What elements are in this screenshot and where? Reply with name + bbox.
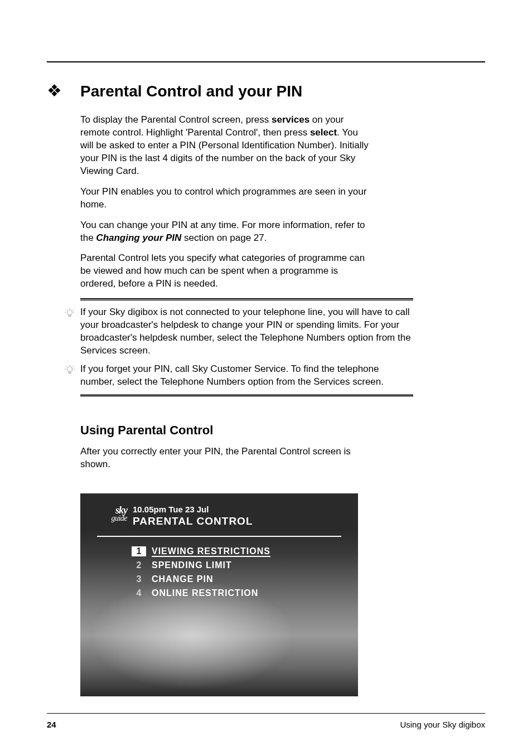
menu-label: CHANGE PIN xyxy=(152,574,213,584)
page-footer: 24 Using your Sky digibox xyxy=(47,720,485,729)
svg-line-9 xyxy=(73,366,74,367)
menu-number: 2 xyxy=(132,560,146,570)
menu-number: 4 xyxy=(132,588,146,598)
svg-line-8 xyxy=(66,366,66,367)
bold-services: services xyxy=(272,114,309,125)
screenshot-figure: sky guide 10.05pm Tue 23 Jul PARENTAL CO… xyxy=(80,493,358,696)
top-rule xyxy=(47,61,485,62)
menu-number: 1 xyxy=(132,546,146,556)
lightbulb-icon xyxy=(64,306,80,357)
tips-rule-bottom-thin xyxy=(80,394,413,395)
svg-point-0 xyxy=(67,310,72,315)
heading-row: ❖ Parental Control and your PIN xyxy=(47,83,485,100)
paragraph-1: To display the Parental Control screen, … xyxy=(80,114,370,178)
menu-item-change-pin[interactable]: 3 CHANGE PIN xyxy=(132,573,336,587)
intro-paragraphs: To display the Parental Control screen, … xyxy=(80,114,370,290)
logo-sub: guide xyxy=(97,515,127,522)
tv-screen-title: PARENTAL CONTROL xyxy=(133,515,253,527)
text: To display the Parental Control screen, … xyxy=(80,114,272,125)
diamond-bullet-icon: ❖ xyxy=(47,83,80,99)
text: section on page 27. xyxy=(181,232,267,243)
tv-divider xyxy=(97,536,341,537)
menu-item-viewing-restrictions[interactable]: 1 VIEWING RESTRICTIONS xyxy=(132,545,336,559)
tv-menu: 1 VIEWING RESTRICTIONS 2 SPENDING LIMIT … xyxy=(132,545,336,600)
tip-text-1: If your Sky digibox is not connected to … xyxy=(80,306,413,357)
logo-brand: sky xyxy=(97,506,127,515)
paragraph-5: After you correctly enter your PIN, the … xyxy=(80,445,370,471)
page-number: 24 xyxy=(47,720,56,729)
svg-line-3 xyxy=(73,309,74,310)
tv-titles: 10.05pm Tue 23 Jul PARENTAL CONTROL xyxy=(133,505,253,549)
footer-rule xyxy=(47,713,485,714)
menu-number: 3 xyxy=(132,574,146,584)
page: ❖ Parental Control and your PIN To displ… xyxy=(0,0,532,756)
menu-label: ONLINE RESTRICTION xyxy=(152,588,258,598)
page-heading: Parental Control and your PIN xyxy=(80,83,302,100)
tips-rule-top-thin xyxy=(80,300,413,301)
menu-item-spending-limit[interactable]: 2 SPENDING LIMIT xyxy=(132,559,336,573)
sky-guide-logo: sky guide xyxy=(97,505,127,549)
tip-text-2: If you forget your PIN, call Sky Custome… xyxy=(80,363,413,389)
subsection: Using Parental Control After you correct… xyxy=(80,423,370,471)
tip-row-1: If your Sky digibox is not connected to … xyxy=(64,306,413,357)
bold-select: select xyxy=(310,127,337,138)
menu-item-online-restriction[interactable]: 4 ONLINE RESTRICTION xyxy=(132,587,336,600)
tips-rule-top xyxy=(80,298,413,299)
tips-block: If your Sky digibox is not connected to … xyxy=(64,298,413,396)
tv-datetime: 10.05pm Tue 23 Jul xyxy=(133,505,253,514)
tip-row-2: If you forget your PIN, call Sky Custome… xyxy=(64,363,413,389)
menu-label: VIEWING RESTRICTIONS xyxy=(152,546,270,556)
tv-screen: sky guide 10.05pm Tue 23 Jul PARENTAL CO… xyxy=(80,493,358,696)
subheading: Using Parental Control xyxy=(80,423,370,438)
tv-header: sky guide 10.05pm Tue 23 Jul PARENTAL CO… xyxy=(80,493,358,549)
paragraph-4: Parental Control lets you specify what c… xyxy=(80,252,370,290)
footer-label: Using your Sky digibox xyxy=(400,720,485,729)
menu-label: SPENDING LIMIT xyxy=(152,560,232,570)
svg-line-2 xyxy=(66,309,66,310)
emphasis-changing-pin: Changing your PIN xyxy=(96,232,181,243)
lightbulb-icon xyxy=(64,363,80,389)
paragraph-3: You can change your PIN at any time. For… xyxy=(80,219,370,245)
tips-rule-bottom xyxy=(80,395,413,396)
svg-point-6 xyxy=(67,367,72,372)
paragraph-2: Your PIN enables you to control which pr… xyxy=(80,186,370,211)
